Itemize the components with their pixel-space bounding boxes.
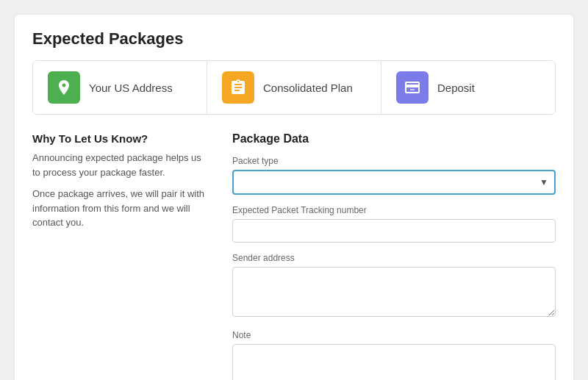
tab-label-deposit: Deposit	[437, 82, 475, 94]
clipboard-icon	[229, 79, 247, 96]
packet-type-group: Packet type ▼	[232, 156, 556, 195]
tab-your-us-address[interactable]: Your US Address	[33, 61, 207, 114]
page-wrapper: Expected Packages Your US Address Consol…	[15, 15, 573, 380]
left-panel-paragraph2: Once package arrives, we will pair it wi…	[32, 187, 209, 230]
content-row: Why To Let Us Know? Announcing expected …	[32, 132, 556, 380]
note-group: Note	[232, 330, 556, 380]
tab-consolidated-plan[interactable]: Consolidated Plan	[207, 61, 381, 114]
packet-type-label: Packet type	[232, 156, 556, 166]
left-panel-heading: Why To Let Us Know?	[32, 132, 209, 145]
sender-label: Sender address	[232, 253, 556, 263]
right-panel: Package Data Packet type ▼ Expected Pack…	[232, 132, 556, 380]
tracking-label: Expected Packet Tracking number	[232, 205, 556, 215]
packet-type-select-wrapper: ▼	[232, 170, 556, 195]
form-heading: Package Data	[232, 132, 556, 146]
left-panel: Why To Let Us Know? Announcing expected …	[32, 132, 209, 380]
tab-label-plan: Consolidated Plan	[263, 82, 353, 94]
tab-navigation: Your US Address Consolidated Plan Deposi…	[32, 60, 556, 115]
tab-icon-box-plan	[222, 71, 254, 104]
tracking-input[interactable]	[232, 219, 556, 243]
left-panel-paragraph1: Announcing expected package helps us to …	[32, 151, 209, 179]
deposit-icon	[404, 79, 421, 96]
note-textarea[interactable]	[232, 344, 556, 380]
tab-icon-box-address	[48, 71, 80, 104]
location-pin-icon	[55, 79, 73, 96]
page-title: Expected Packages	[32, 29, 556, 49]
sender-address-textarea[interactable]	[232, 267, 556, 317]
note-label: Note	[232, 330, 556, 340]
sender-address-group: Sender address	[232, 253, 556, 320]
tracking-number-group: Expected Packet Tracking number	[232, 205, 556, 243]
tab-deposit[interactable]: Deposit	[381, 61, 555, 114]
packet-type-select[interactable]	[232, 170, 556, 195]
tab-label-address: Your US Address	[89, 82, 173, 94]
tab-icon-box-deposit	[396, 71, 429, 104]
